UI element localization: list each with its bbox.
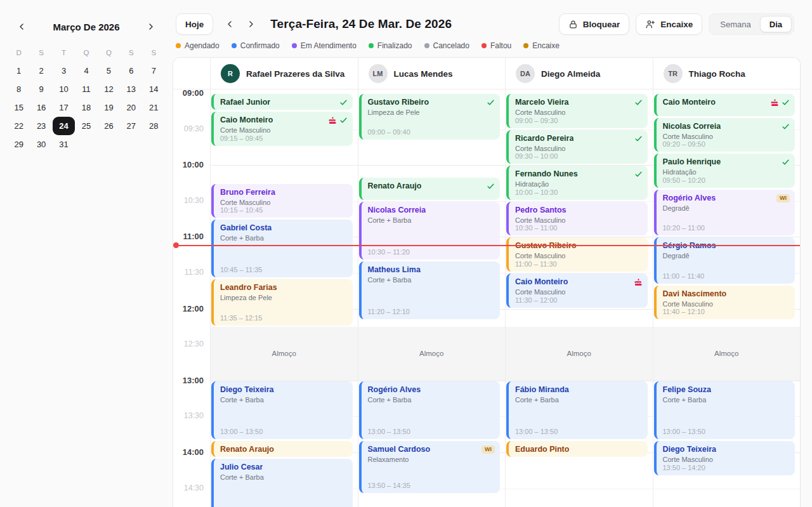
appointment[interactable]: Caio Monteiro Corte Masculino 11:30 – 12… bbox=[506, 273, 648, 308]
calendar-day-14[interactable]: 14 bbox=[143, 80, 165, 98]
legend-label: Agendado bbox=[185, 41, 219, 50]
legend-label: Faltou bbox=[490, 41, 511, 50]
calendar-day-23[interactable]: 23 bbox=[30, 117, 52, 135]
appointment-service: Degradê bbox=[663, 252, 790, 260]
appointment[interactable]: Diego Teixeira Corte Masculino 13:50 – 1… bbox=[654, 441, 796, 475]
appointment[interactable]: Caio Monteiro bbox=[654, 94, 796, 116]
calendar-day-25[interactable]: 25 bbox=[75, 117, 97, 135]
appointment-client: Nicolas Correia bbox=[368, 206, 426, 215]
calendar-day-1[interactable]: 1 bbox=[8, 62, 30, 80]
view-week-tab[interactable]: Semana bbox=[711, 16, 759, 32]
birthday-icon bbox=[329, 116, 337, 124]
appointment-time: 11:00 – 11:30 bbox=[515, 260, 557, 268]
appointment-service: Corte + Barba bbox=[368, 216, 495, 225]
calendar-day-6[interactable]: 6 bbox=[120, 62, 142, 80]
calendar-day-2[interactable]: 2 bbox=[30, 62, 52, 80]
calendar-day-22[interactable]: 22 bbox=[8, 117, 30, 135]
calendar-day-5[interactable]: 5 bbox=[98, 62, 120, 80]
walkin-badge: WI bbox=[481, 445, 495, 454]
appointment[interactable]: Rogério Alves WI Degradê 10:20 – 11:00 bbox=[654, 190, 796, 235]
appointment[interactable]: Paulo Henrique Hidratação 09:50 – 10:20 bbox=[654, 154, 796, 188]
appointment-client: Julio Cesar bbox=[220, 463, 263, 472]
avatar: LM bbox=[369, 64, 388, 83]
appointment[interactable]: Matheus Lima Corte + Barba 11:20 – 12:10 bbox=[359, 261, 501, 319]
staff-name: Thiago Rocha bbox=[689, 69, 745, 79]
appointment-client: Caio Monteiro bbox=[515, 277, 568, 287]
lunch-block: Almoço bbox=[211, 327, 358, 381]
appointment-client: Eduardo Pinto bbox=[515, 445, 569, 454]
appointment[interactable]: Caio Monteiro Corte Masculino 09:15 – 09… bbox=[211, 112, 353, 146]
calendar-day-9[interactable]: 9 bbox=[30, 80, 52, 98]
calendar-day-26[interactable]: 26 bbox=[98, 117, 120, 135]
calendar-day-29[interactable]: 29 bbox=[8, 135, 30, 154]
calendar-day-12[interactable]: 12 bbox=[98, 80, 120, 98]
next-day-icon[interactable] bbox=[242, 15, 260, 33]
appointment[interactable]: Gustavo Ribeiro Corte Masculino 11:00 – … bbox=[506, 237, 648, 272]
appointment-client: Rogério Alves bbox=[663, 194, 716, 203]
done-check-icon bbox=[634, 135, 643, 143]
appointment[interactable]: Leandro Farias Limpeza de Pele 11:35 – 1… bbox=[211, 279, 353, 325]
calendar-day-7[interactable]: 7 bbox=[143, 62, 165, 80]
appointment-time: 11:00 – 11:40 bbox=[663, 272, 705, 280]
calendar-day-20[interactable]: 20 bbox=[120, 98, 142, 117]
appointment[interactable]: Nicolas Correia Corte + Barba 10:30 – 11… bbox=[359, 202, 501, 260]
staff-column-header: TR Thiago Rocha bbox=[653, 58, 801, 89]
block-button[interactable]: Bloquear bbox=[559, 13, 630, 35]
status-dot-icon bbox=[232, 43, 237, 48]
legend-label: Finalizado bbox=[377, 41, 412, 50]
appointment[interactable]: Rafael Junior bbox=[211, 94, 353, 110]
appointment[interactable]: Gabriel Costa Corte + Barba 10:45 – 11:3… bbox=[211, 220, 353, 277]
calendar-day-21[interactable]: 21 bbox=[143, 98, 165, 117]
appointment-client: Caio Monteiro bbox=[220, 115, 273, 125]
appointment[interactable]: Pedro Santos Corte Masculino 10:30 – 11:… bbox=[506, 202, 648, 236]
calendar-day-13[interactable]: 13 bbox=[120, 80, 142, 98]
appointment-service: Corte + Barba bbox=[368, 396, 495, 404]
appointment[interactable]: Ricardo Pereira Corte Masculino 09:30 – … bbox=[506, 130, 648, 164]
calendar-day-3[interactable]: 3 bbox=[53, 62, 75, 80]
appointment[interactable]: Marcelo Vieira Corte Masculino 09:00 – 0… bbox=[506, 94, 648, 128]
appointment[interactable]: Samuel Cardoso WI Relaxamento 13:50 – 14… bbox=[359, 441, 501, 493]
calendar-day-28[interactable]: 28 bbox=[143, 117, 165, 135]
calendar-day-24[interactable]: 24 bbox=[53, 117, 75, 135]
prev-day-icon[interactable] bbox=[221, 15, 239, 33]
appointment-client: Rogério Alves bbox=[368, 385, 421, 395]
appointment[interactable]: Gustavo Ribeiro Limpeza de Pele 09:00 – … bbox=[359, 94, 501, 140]
appointment[interactable]: Nicolas Correia Corte Masculino 09:20 – … bbox=[654, 118, 796, 152]
appointment[interactable]: Rogério Alves Corte + Barba 13:00 – 13:5… bbox=[359, 381, 501, 439]
calendar-day-17[interactable]: 17 bbox=[53, 98, 75, 117]
appointment-service: Relaxamento bbox=[368, 456, 495, 464]
appointment[interactable]: Diego Teixeira Corte + Barba 13:00 – 13:… bbox=[211, 381, 353, 439]
view-day-tab[interactable]: Dia bbox=[760, 16, 792, 32]
weekday-label: S bbox=[30, 49, 52, 56]
appointment-client: Caio Monteiro bbox=[663, 98, 716, 107]
today-button[interactable]: Hoje bbox=[176, 13, 213, 35]
mini-calendar-next-icon[interactable] bbox=[143, 19, 159, 34]
calendar-day-18[interactable]: 18 bbox=[75, 98, 97, 117]
appointment[interactable]: Bruno Ferreira Corte Masculino 10:15 – 1… bbox=[211, 184, 353, 218]
calendar-day-8[interactable]: 8 bbox=[8, 80, 30, 98]
appointment-client: Gustavo Ribeiro bbox=[515, 241, 577, 251]
appointment[interactable]: Renato Araujo bbox=[359, 178, 501, 200]
appointment-time: 09:00 – 09:30 bbox=[515, 117, 558, 124]
appointment[interactable]: Davi Nascimento Corte Masculino 11:40 – … bbox=[654, 286, 796, 320]
appointment[interactable]: Felipe Souza Corte + Barba 13:00 – 13:50 bbox=[654, 381, 796, 439]
calendar-day-4[interactable]: 4 bbox=[75, 62, 97, 80]
calendar-day-11[interactable]: 11 bbox=[75, 80, 97, 98]
appointment[interactable]: Eduardo Pinto bbox=[506, 441, 648, 457]
appointment[interactable]: Renato Araujo bbox=[211, 441, 353, 457]
appointment-time: 13:50 – 14:20 bbox=[663, 464, 705, 471]
fit-in-button[interactable]: Encaixe bbox=[636, 13, 702, 35]
calendar-day-27[interactable]: 27 bbox=[120, 117, 142, 135]
calendar-day-16[interactable]: 16 bbox=[30, 98, 52, 117]
appointment[interactable]: Fernando Nunes Hidratação 10:00 – 10:30 bbox=[506, 166, 648, 200]
calendar-day-19[interactable]: 19 bbox=[98, 98, 120, 117]
appointment-time: 10:30 – 11:20 bbox=[368, 248, 410, 256]
appointment-service: Limpeza de Pele bbox=[220, 294, 348, 302]
appointment[interactable]: Julio Cesar Corte + Barba 14:05 – 14:55 bbox=[211, 459, 353, 507]
appointment[interactable]: Fábio Miranda Corte + Barba 13:00 – 13:5… bbox=[506, 381, 648, 439]
calendar-day-31[interactable]: 31 bbox=[53, 135, 75, 154]
calendar-day-10[interactable]: 10 bbox=[53, 80, 75, 98]
calendar-day-15[interactable]: 15 bbox=[8, 98, 30, 117]
mini-calendar-prev-icon[interactable] bbox=[14, 19, 29, 34]
calendar-day-30[interactable]: 30 bbox=[30, 135, 52, 154]
